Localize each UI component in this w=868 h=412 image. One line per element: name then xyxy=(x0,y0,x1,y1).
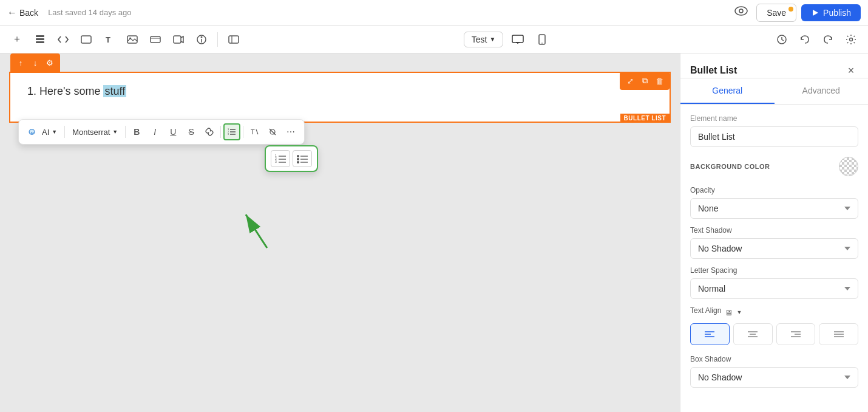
fmt-divider-4 xyxy=(243,126,243,138)
clear-format-button[interactable]: T xyxy=(246,123,263,140)
back-arrow-icon: ← xyxy=(7,7,17,18)
link-button[interactable] xyxy=(201,123,218,140)
font-label: Montserrat xyxy=(72,128,110,137)
panel-close-button[interactable]: × xyxy=(844,63,858,78)
letter-spacing-label: Letter Spacing xyxy=(690,266,858,275)
unordered-list-button[interactable] xyxy=(293,150,312,167)
code-icon[interactable] xyxy=(53,30,73,49)
svg-text:3: 3 xyxy=(228,132,229,136)
canvas[interactable]: ↑ ↓ ⚙ ⤢ ⧉ 🗑 Here's some stuff BULLET LIS… xyxy=(0,53,680,412)
bg-color-swatch[interactable] xyxy=(839,157,858,176)
svg-text:3: 3 xyxy=(275,160,277,163)
list-type-subtoolbar: 123 xyxy=(265,145,318,172)
opacity-select[interactable]: None 10% 20% xyxy=(690,198,858,219)
svg-rect-6 xyxy=(81,36,91,43)
svg-rect-12 xyxy=(174,36,181,43)
move-up-button[interactable]: ↑ xyxy=(14,56,27,69)
back-button[interactable]: ← Back xyxy=(7,7,38,18)
test-label: Test xyxy=(472,35,487,44)
svg-rect-10 xyxy=(151,36,160,43)
tab-general[interactable]: General xyxy=(680,78,775,104)
bg-color-header: BACKGROUND COLOR xyxy=(690,157,858,176)
svg-rect-18 xyxy=(512,35,523,43)
add-element-icon[interactable]: ＋ xyxy=(7,30,27,49)
box-icon[interactable] xyxy=(146,30,165,49)
save-label: Save xyxy=(767,8,786,18)
align-justify-button[interactable] xyxy=(819,323,858,345)
test-button[interactable]: Test ▼ xyxy=(464,32,504,47)
svg-rect-5 xyxy=(36,35,44,37)
back-label: Back xyxy=(19,8,38,18)
italic-icon: I xyxy=(154,127,156,137)
history-icon[interactable] xyxy=(772,30,792,49)
fmt-divider-2 xyxy=(125,126,126,138)
main-toolbar: ＋ T Test ▼ xyxy=(0,26,868,53)
top-bar: ← Back Last saved 14 days ago Save Publi… xyxy=(0,0,868,26)
publish-button[interactable]: Publish xyxy=(801,4,861,21)
last-saved-text: Last saved 14 days ago xyxy=(48,8,726,17)
right-panel: Bullet List × General Advanced Element n… xyxy=(680,53,868,412)
copy-icon[interactable]: ⧉ xyxy=(638,74,651,88)
bg-color-section: BACKGROUND COLOR xyxy=(690,157,858,176)
widget-icon[interactable] xyxy=(192,30,211,49)
bold-icon: B xyxy=(134,127,140,137)
list-type-button[interactable]: 123 xyxy=(223,123,240,140)
underline-icon: U xyxy=(170,127,176,137)
text-align-row xyxy=(690,323,858,345)
box-shadow-select[interactable]: No Shadow Small xyxy=(690,367,858,388)
layers-icon[interactable] xyxy=(30,30,50,49)
preview-button[interactable] xyxy=(731,2,751,22)
text-icon[interactable]: T xyxy=(100,30,119,49)
more-options-button[interactable]: ⋯ xyxy=(282,123,299,140)
svg-point-22 xyxy=(541,43,543,44)
image-icon[interactable] xyxy=(123,30,142,49)
sidebar-toggle-icon[interactable] xyxy=(224,30,243,49)
svg-marker-2 xyxy=(813,10,818,16)
svg-point-45 xyxy=(297,158,299,160)
expand-icon[interactable]: ⤢ xyxy=(623,74,637,88)
text-shadow-select[interactable]: No Shadow Small Medium xyxy=(690,238,858,259)
redo-icon[interactable] xyxy=(818,30,838,49)
save-button[interactable]: Save xyxy=(756,4,796,22)
ordered-list-button[interactable]: 123 xyxy=(271,150,290,167)
panel-header: Bullet List × xyxy=(680,53,868,78)
list-content[interactable]: Here's some stuff xyxy=(10,73,670,122)
underline-button[interactable]: U xyxy=(164,123,181,140)
tab-advanced[interactable]: Advanced xyxy=(775,78,869,104)
undo-icon[interactable] xyxy=(795,30,815,49)
mobile-view-button[interactable] xyxy=(532,30,552,49)
settings-icon[interactable] xyxy=(841,30,861,49)
fmt-divider-3 xyxy=(220,126,221,138)
font-selector[interactable]: Montserrat ▼ xyxy=(67,125,123,139)
close-icon: × xyxy=(848,64,855,77)
align-center-button[interactable] xyxy=(733,323,773,345)
svg-point-47 xyxy=(297,161,299,163)
text-format-toolbar: AI AI ▼ Montserrat ▼ B I U S xyxy=(18,119,305,145)
desktop-view-button[interactable] xyxy=(508,30,527,49)
ai-button[interactable]: AI AI ▼ xyxy=(24,125,62,139)
strikethrough-icon: S xyxy=(189,127,194,137)
align-left-button[interactable] xyxy=(690,323,730,345)
video-icon[interactable] xyxy=(169,30,188,49)
device-desktop-icon: 🖥 xyxy=(725,308,733,317)
svg-text:T: T xyxy=(251,128,255,136)
unlink-button[interactable] xyxy=(264,123,281,140)
align-right-button[interactable] xyxy=(776,323,816,345)
list-item: Here's some stuff xyxy=(39,85,655,98)
svg-point-43 xyxy=(297,155,299,157)
element-name-input[interactable] xyxy=(690,126,858,147)
delete-icon[interactable]: 🗑 xyxy=(653,74,666,88)
box-shadow-label: Box Shadow xyxy=(690,355,858,363)
svg-point-14 xyxy=(201,36,203,38)
svg-point-1 xyxy=(739,9,743,13)
svg-rect-3 xyxy=(36,41,44,43)
element-settings-button[interactable]: ⚙ xyxy=(43,56,56,69)
move-down-button[interactable]: ↓ xyxy=(29,56,42,69)
panel-body: Element name BACKGROUND COLOR Opacity No… xyxy=(680,105,868,412)
letter-spacing-select[interactable]: Normal Tight Wide xyxy=(690,278,858,299)
bold-button[interactable]: B xyxy=(128,123,145,140)
italic-button[interactable]: I xyxy=(146,123,163,140)
unsaved-indicator xyxy=(788,7,793,12)
strikethrough-button[interactable]: S xyxy=(183,123,200,140)
section-icon[interactable] xyxy=(76,30,96,49)
